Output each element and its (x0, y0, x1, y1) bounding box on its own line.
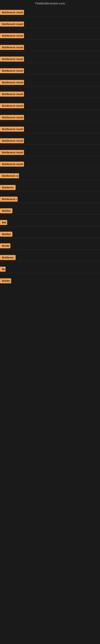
separator (0, 40, 100, 40)
separator (0, 168, 100, 168)
list-item: Bottleneck result (0, 78, 100, 89)
site-title: TheBottlenecker.com (35, 2, 65, 5)
list-item: Bottlenec (0, 252, 100, 264)
list-item: Bottleneck result (0, 42, 100, 54)
separator (0, 16, 100, 16)
bottleneck-badge[interactable]: Bottle (0, 243, 10, 248)
bottleneck-badge[interactable]: Bottleneck result (0, 33, 24, 38)
bottleneck-badge[interactable]: Bottleneck r (0, 196, 18, 202)
list-item: Bottleneck result (0, 159, 100, 171)
bottleneck-badge[interactable]: Bottleneck result (0, 103, 24, 108)
list-item: Bottleneck result (0, 8, 100, 19)
bottleneck-badge[interactable]: Bottleneck result (0, 56, 24, 62)
list-item: Bottleneck result (0, 124, 100, 136)
separator (0, 250, 100, 250)
list-item: Bottlen (0, 206, 100, 218)
separator (0, 63, 100, 63)
separator (0, 133, 100, 133)
separator (0, 51, 100, 51)
bottleneck-badge[interactable]: Bot (0, 220, 7, 225)
list-item: Bottle (0, 241, 100, 252)
bottleneck-badge[interactable]: Bottleneck result (0, 92, 24, 96)
bottleneck-badge[interactable]: Bottler (0, 278, 11, 283)
list-item: Bottleneck result (0, 148, 100, 159)
bottleneck-badge[interactable]: Bottleneck result (0, 68, 24, 73)
bottleneck-badge[interactable]: Bottleneck result (0, 126, 24, 132)
separator (0, 144, 100, 145)
bottleneck-badge[interactable]: Bottlen (0, 232, 12, 237)
separator (0, 180, 100, 180)
bottleneck-badge[interactable]: Bo (0, 267, 6, 272)
list-item: Bottleneck result (0, 112, 100, 124)
separator (0, 203, 100, 203)
list-item: Bottleneck r (0, 194, 100, 206)
list-item: Bottleneck result (0, 66, 100, 78)
separator (0, 98, 100, 98)
bottleneck-badge[interactable]: Bottleneck result (0, 150, 24, 155)
separator (0, 214, 100, 215)
site-header: TheBottlenecker.com (0, 0, 100, 8)
bottleneck-badge[interactable]: Bottleneck result (0, 115, 24, 120)
bottleneck-badge[interactable]: Bottleneck result (0, 22, 24, 26)
bottleneck-badge[interactable]: Bottleneck result (0, 45, 24, 50)
list-item: Bottler (0, 276, 100, 286)
separator (0, 110, 100, 110)
separator (0, 28, 100, 28)
list-item: Bottleneck result (0, 101, 100, 112)
bottleneck-badge[interactable]: Bottleneck result (0, 80, 24, 85)
list-item: Bottleneck result (0, 31, 100, 42)
list-item: Bottleneck result (0, 89, 100, 101)
separator (0, 191, 100, 192)
separator (0, 226, 100, 226)
list-item: Bottlen (0, 229, 100, 241)
bottleneck-badge[interactable]: Bottleneck result (0, 162, 24, 167)
list-item: Bo (0, 264, 100, 276)
bottleneck-badge[interactable]: Bottleneck result (0, 10, 24, 15)
bottleneck-badge[interactable]: Bottleneck re (0, 173, 19, 178)
separator (0, 261, 100, 262)
list-item: Bottleneck result (0, 19, 100, 31)
list-item: Bottleneck re (0, 171, 100, 182)
list-item: Bot (0, 218, 100, 229)
bottleneck-badge[interactable]: Bottlenec (0, 255, 16, 260)
bottleneck-badge[interactable]: Bottleneck result (0, 138, 24, 143)
list-item: Bottlenec (0, 182, 100, 194)
list-item: Bottleneck result (0, 54, 100, 66)
bottleneck-badge[interactable]: Bottlenec (0, 185, 16, 190)
bottleneck-badge[interactable]: Bottlen (0, 208, 12, 213)
list-item: Bottleneck result (0, 136, 100, 148)
separator (0, 74, 100, 75)
